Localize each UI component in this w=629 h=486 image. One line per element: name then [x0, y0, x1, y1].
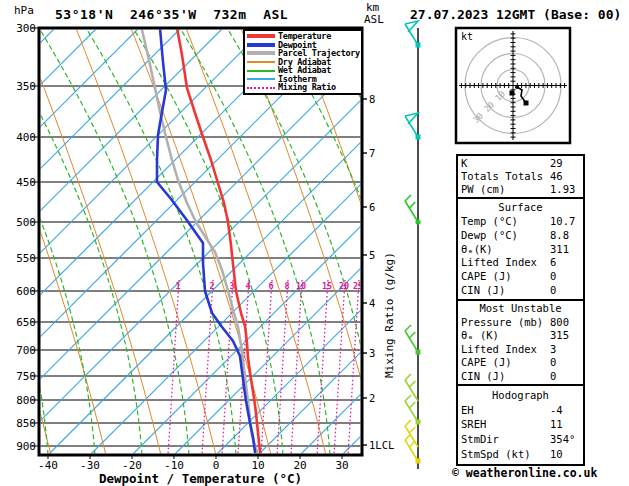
mixing-ratio-value-label: 10	[296, 281, 306, 291]
panel-section-header: Surface	[461, 201, 580, 214]
hodograph-ring-label: 10	[493, 89, 507, 103]
wind-barb-column	[405, 21, 421, 469]
panel-row-value: 800	[550, 316, 580, 329]
pressure-tick-label: 550	[16, 252, 36, 265]
hodograph: 102030	[459, 31, 567, 140]
panel-row-label: CAPE (J)	[461, 356, 550, 369]
panel-row-label: StmDir	[461, 433, 550, 446]
panel-row: Totals Totals46	[461, 170, 580, 183]
mixing-ratio-value-label: 20	[339, 281, 349, 291]
panel-row-value: 3	[550, 343, 580, 356]
panel-row: CAPE (J)0	[461, 270, 580, 283]
mixing-ratio-value-label: 1	[175, 281, 180, 291]
altitude-tick-label: 2	[369, 392, 375, 404]
panel-row-value: 10.7	[550, 215, 580, 228]
copyright-credit: © weatheronline.co.uk	[452, 466, 597, 480]
mixing-ratio-value-label: 4	[245, 281, 250, 291]
wind-barb	[405, 374, 418, 401]
altitude-tick-label: 5	[369, 249, 375, 261]
panel-row-value: 8.8	[550, 229, 580, 242]
panel-row-label: Totals Totals	[461, 170, 550, 183]
panel-row-label: Temp (°C)	[461, 215, 550, 228]
altitude-tick-label: 4	[369, 297, 375, 309]
panel-row-label: Lifted Index	[461, 256, 550, 269]
panel-row-label: StmSpd (kt)	[461, 448, 550, 461]
hodograph-unit-label: kt	[461, 31, 473, 42]
station-title: 53°18'N 246°35'W 732m ASL	[55, 7, 288, 22]
panel-row: SREH11	[461, 418, 580, 431]
panel-row-value: 315	[550, 329, 580, 342]
panel-row-value: 46	[550, 170, 580, 183]
panel-row: StmDir354°	[461, 433, 580, 446]
sounding-page: 1234681015202530035040045050055060065070…	[0, 0, 629, 486]
panel-section-indices: K29Totals Totals46PW (cm)1.93	[456, 154, 585, 199]
panel-row-value: 0	[550, 270, 580, 283]
panel-row: Lifted Index6	[461, 256, 580, 269]
panel-row: Dewp (°C)8.8	[461, 229, 580, 242]
panel-row-label: CIN (J)	[461, 370, 550, 383]
pressure-axis: 300350400450500550600650700750800850900	[16, 22, 38, 453]
altitude-tick-label: 6	[369, 201, 375, 213]
pressure-tick-label: 350	[16, 80, 36, 93]
panel-row: K29	[461, 157, 580, 170]
panel-row: Temp (°C)10.7	[461, 215, 580, 228]
panel-row-value: 0	[550, 370, 580, 383]
panel-row-label: Dewp (°C)	[461, 229, 550, 242]
altitude-unit-asl-label: ASL	[364, 13, 384, 26]
pressure-unit-label: hPa	[14, 4, 34, 17]
panel-row-label: K	[461, 157, 550, 170]
legend-item-label: Mixing Ratio	[278, 83, 336, 92]
panel-row: CAPE (J)0	[461, 356, 580, 369]
chart-legend: TemperatureDewpointParcel TrajectoryDry …	[243, 29, 363, 95]
panel-row-label: CAPE (J)	[461, 270, 550, 283]
panel-row-value: 1.93	[550, 183, 580, 196]
panel-row-label: Lifted Index	[461, 343, 550, 356]
panel-section-header: Most Unstable	[461, 302, 580, 315]
panel-row-value: 6	[550, 256, 580, 269]
pressure-tick-label: 400	[16, 131, 36, 144]
pressure-tick-label: 600	[16, 285, 36, 298]
panel-row-label: CIN (J)	[461, 284, 550, 297]
temperature-axis: -40-30-20-100102030	[38, 455, 349, 472]
panel-row-label: PW (cm)	[461, 183, 550, 196]
datetime-title: 27.07.2023 12GMT (Base: 00)	[410, 7, 621, 22]
pressure-tick-label: 850	[16, 417, 36, 430]
panel-row-label: SREH	[461, 418, 550, 431]
panel-row-value: 0	[550, 356, 580, 369]
panel-section-hodograph: HodographEH-4SREH11StmDir354°StmSpd (kt)…	[456, 384, 585, 466]
pressure-tick-label: 650	[16, 316, 36, 329]
panel-row-label: θₑ(K)	[461, 243, 550, 256]
panel-row: θₑ(K)311	[461, 243, 580, 256]
panel-row-label: EH	[461, 404, 550, 417]
panel-row-label: Pressure (mb)	[461, 316, 550, 329]
panel-row: PW (cm)1.93	[461, 183, 580, 196]
panel-row-value: 311	[550, 243, 580, 256]
temperature-axis-title: Dewpoint / Temperature (°C)	[39, 471, 362, 486]
panel-section-surface: SurfaceTemp (°C)10.7Dewp (°C)8.8θₑ(K)311…	[456, 197, 585, 301]
panel-row: CIN (J)0	[461, 284, 580, 297]
panel-row-label: θₑ (K)	[461, 329, 550, 342]
pressure-tick-label: 450	[16, 176, 36, 189]
legend-line-sample	[247, 34, 275, 38]
legend-line-sample	[247, 61, 275, 63]
panel-row-value: -4	[550, 404, 580, 417]
panel-section-most-unstable: Most UnstablePressure (mb)800θₑ (K)315Li…	[456, 299, 585, 386]
altitude-tick-label: 8	[369, 93, 375, 105]
altitude-tick-label: 1LCL	[369, 439, 394, 451]
legend-line-sample	[247, 87, 275, 89]
legend-line-sample	[247, 78, 275, 80]
mixing-ratio-value-label: 8	[284, 281, 289, 291]
panel-row: Lifted Index3	[461, 343, 580, 356]
panel-row: Pressure (mb)800	[461, 316, 580, 329]
legend-item: Mixing Ratio	[247, 83, 359, 92]
panel-row: θₑ (K)315	[461, 329, 580, 342]
altitude-tick-label: 7	[369, 147, 375, 159]
panel-row-value: 0	[550, 284, 580, 297]
pressure-tick-label: 750	[16, 370, 36, 383]
panel-section-header: Hodograph	[461, 389, 580, 402]
panel-row-value: 354°	[550, 433, 580, 446]
panel-row: EH-4	[461, 404, 580, 417]
pressure-tick-label: 800	[16, 394, 36, 407]
pressure-tick-label: 300	[16, 22, 36, 35]
mixing-ratio-value-label: 2	[209, 281, 214, 291]
